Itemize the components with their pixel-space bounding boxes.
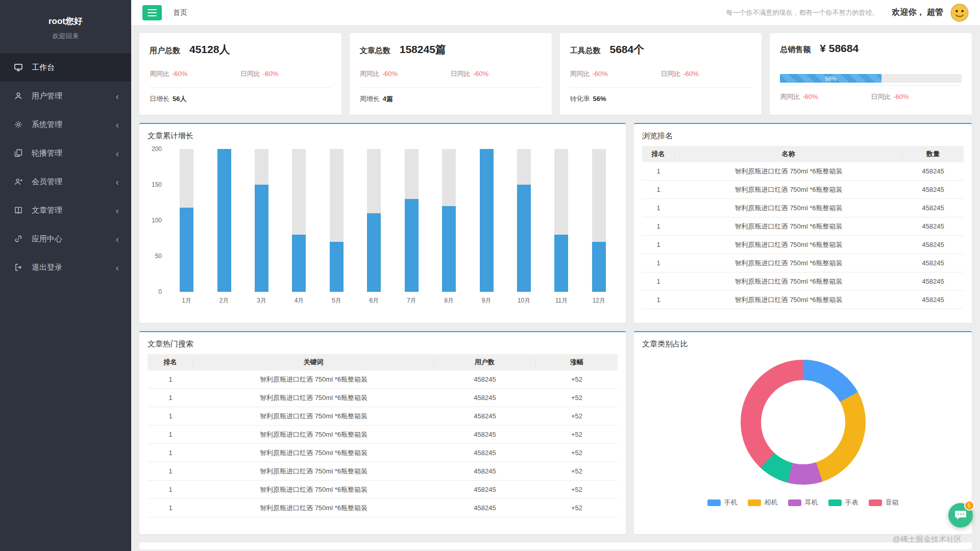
breadcrumb[interactable]: 首页 <box>173 8 187 17</box>
sidebar-item-apps[interactable]: 应用中心‹ <box>0 224 131 253</box>
stat-title: 工具总数 <box>570 46 601 56</box>
bar-2月: 2月 <box>205 149 242 292</box>
table-cell: 1 <box>148 412 193 420</box>
table-cell: 458245 <box>902 204 964 212</box>
sidebar-item-label: 用户管理 <box>32 91 116 101</box>
table-row: 1智利原瓶进口红酒 750ml *6瓶整箱装458245+52 <box>148 499 618 517</box>
sidebar-item-workbench[interactable]: 工作台 <box>0 53 131 82</box>
table-cell: +52 <box>536 431 618 438</box>
ratio-item: 日同比-60% <box>240 69 331 79</box>
legend-item-2[interactable]: 相机 <box>748 498 778 507</box>
table-cell: 智利原瓶进口红酒 750ml *6瓶整箱装 <box>675 204 902 213</box>
chevron-left-icon: ‹ <box>116 91 119 101</box>
table-cell: 1 <box>642 296 675 304</box>
legend-item-5[interactable]: 音箱 <box>869 498 899 507</box>
legend-swatch <box>869 499 882 506</box>
sidebar-item-carousel[interactable]: 轮播管理‹ <box>0 139 131 167</box>
avatar[interactable] <box>950 4 969 22</box>
smiley-avatar-icon <box>950 4 969 22</box>
category-share-card: 文章类别占比 手机相机耳机手表音箱 <box>634 331 972 534</box>
sidebar-item-label: 退出登录 <box>32 263 116 272</box>
table-cell: +52 <box>536 449 618 457</box>
donut-wrap <box>642 349 964 495</box>
stat-footer-value: 4篇 <box>383 94 393 104</box>
ratio-item: 周同比-60% <box>360 69 451 79</box>
ratio-item: 日同比-60% <box>871 92 962 102</box>
bar-9月: 9月 <box>468 149 505 292</box>
table-cell: 智利原瓶进口红酒 750ml *6瓶整箱装 <box>675 277 902 286</box>
sidebar-item-label: 会员管理 <box>32 177 116 187</box>
main-area: 首页 每一个你不满意的现在，都有一个你不努力的曾经。 欢迎你， 超管 用户总数4… <box>131 0 980 551</box>
stat-footer-label: 日增长 <box>150 94 169 104</box>
ratio-item: 周同比-60% <box>150 69 240 79</box>
sidebar-item-articles[interactable]: 文章管理‹ <box>0 196 131 224</box>
table-row: 1智利原瓶进口红酒 750ml *6瓶整箱装458245 <box>642 199 964 217</box>
stat-footer-value: 56% <box>593 95 606 103</box>
bar-4月: 4月 <box>280 149 317 292</box>
sidebar-item-members[interactable]: 会员管理‹ <box>0 167 131 196</box>
table-row: 1智利原瓶进口红酒 750ml *6瓶整箱装458245 <box>642 217 964 236</box>
legend-swatch <box>748 499 761 506</box>
legend-item-3[interactable]: 耳机 <box>788 498 818 507</box>
motto-text: 每一个你不满意的现在，都有一个你不努力的曾经。 <box>726 8 879 17</box>
table-cell: 1 <box>642 278 675 285</box>
bar-7月: 7月 <box>393 149 430 292</box>
stat-value: 5684个 <box>610 42 645 57</box>
table-cell: 1 <box>148 486 193 493</box>
table-header-row: 排名关键词用户数涨幅 <box>148 354 618 370</box>
table-cell: 1 <box>642 186 675 193</box>
table-cell: 智利原瓶进口红酒 750ml *6瓶整箱装 <box>193 467 434 476</box>
table-cell: 智利原瓶进口红酒 750ml *6瓶整箱装 <box>675 240 902 249</box>
table-cell: 智利原瓶进口红酒 750ml *6瓶整箱装 <box>675 222 902 231</box>
bar-chart-y-axis: 050100150200 <box>148 149 168 292</box>
sidebar-item-users[interactable]: 用户管理‹ <box>0 82 131 110</box>
table-cell: 458245 <box>434 394 536 402</box>
table-cell: 智利原瓶进口红酒 750ml *6瓶整箱装 <box>675 167 902 176</box>
ranking-table: 排名名称数量1智利原瓶进口红酒 750ml *6瓶整箱装4582451智利原瓶进… <box>642 146 964 309</box>
sidebar-item-logout[interactable]: 退出登录‹ <box>0 253 131 282</box>
menu-toggle-button[interactable] <box>142 5 162 20</box>
chat-bubble-icon <box>954 509 967 522</box>
bottom-row: 文章热门搜索 排名关键词用户数涨幅1智利原瓶进口红酒 750ml *6瓶整箱装4… <box>139 331 972 534</box>
chat-fab[interactable]: 5 <box>948 503 973 528</box>
chevron-left-icon: ‹ <box>116 120 119 130</box>
table-cell: 458245 <box>902 296 964 304</box>
table-row: 1智利原瓶进口红酒 750ml *6瓶整箱装458245 <box>642 272 964 291</box>
x-axis-label: 11月 <box>543 296 580 305</box>
stat-value: ¥ 58684 <box>820 42 859 55</box>
bar-chart: 050100150200 1月2月3月4月5月6月7月8月9月10月11月12月 <box>148 149 618 292</box>
table-cell: +52 <box>536 394 618 402</box>
x-axis-label: 2月 <box>205 296 242 305</box>
user-icon <box>14 92 24 100</box>
chevron-left-icon: ‹ <box>116 234 119 244</box>
legend-swatch <box>707 499 721 506</box>
legend-label: 耳机 <box>805 498 818 507</box>
hot-table: 排名关键词用户数涨幅1智利原瓶进口红酒 750ml *6瓶整箱装458245+5… <box>148 354 618 517</box>
x-axis-label: 8月 <box>430 296 468 305</box>
table-cell: 1 <box>642 241 675 248</box>
table-row: 1智利原瓶进口红酒 750ml *6瓶整箱装458245 <box>642 254 964 272</box>
stat-footer-label: 转化率 <box>570 94 590 104</box>
legend-label: 手机 <box>724 498 738 507</box>
stat-cards: 用户总数45128人周同比-60%日同比-60%日增长56人文章总数158245… <box>139 33 972 115</box>
table-cell: 智利原瓶进口红酒 750ml *6瓶整箱装 <box>193 375 434 384</box>
topbar-right: 每一个你不满意的现在，都有一个你不努力的曾经。 欢迎你， 超管 <box>726 4 969 22</box>
legend-item-4[interactable]: 手表 <box>828 498 859 507</box>
table-cell: 1 <box>148 467 193 475</box>
legend-label: 音箱 <box>886 498 899 507</box>
legend-item-1[interactable]: 手机 <box>707 498 738 507</box>
table-cell: 1 <box>642 204 675 212</box>
progress-label: 56% <box>825 76 837 82</box>
table-header-row: 排名名称数量 <box>642 146 964 162</box>
growth-card-title: 文章累计增长 <box>148 131 618 141</box>
watermark: @稀土掘金技术社区 <box>893 535 962 544</box>
sidebar-welcome-text: 欢迎回来 <box>0 32 131 41</box>
chevron-left-icon: ‹ <box>116 206 119 215</box>
stat-value: 158245篇 <box>400 42 446 57</box>
ratio-item: 周同比-60% <box>570 69 661 79</box>
sidebar-item-system[interactable]: 系统管理‹ <box>0 110 131 139</box>
y-axis-tick: 200 <box>152 145 162 153</box>
chat-badge: 5 <box>964 500 974 511</box>
bar-12月: 12月 <box>580 149 618 292</box>
table-cell: 1 <box>642 167 675 175</box>
